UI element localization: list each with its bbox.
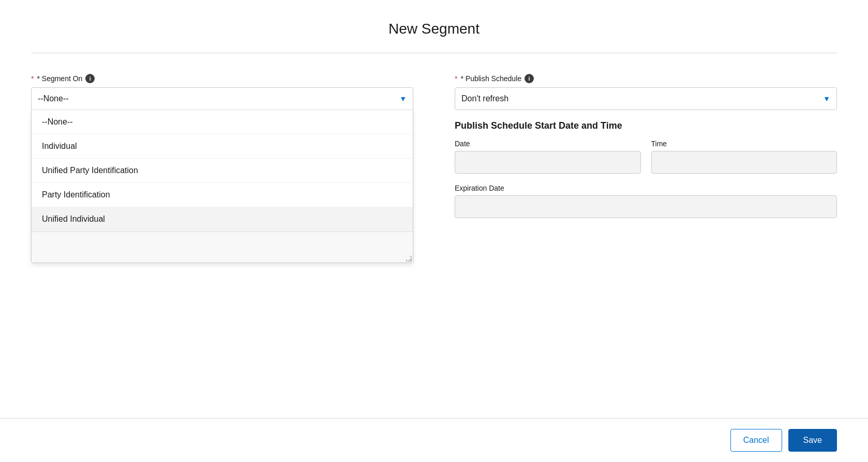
time-input[interactable] <box>651 151 837 174</box>
time-field: Time <box>651 140 837 174</box>
page-title: New Segment <box>0 0 868 53</box>
date-label: Date <box>455 140 641 148</box>
required-star: * <box>31 74 34 83</box>
segment-on-info-icon[interactable]: i <box>85 74 95 83</box>
resize-handle-icon <box>405 254 412 261</box>
dropdown-option-party[interactable]: Party Identification <box>32 183 413 207</box>
segment-on-dropdown: --None-- Individual Unified Party Identi… <box>31 110 413 263</box>
publish-schedule-text: * Publish Schedule <box>460 74 521 83</box>
segment-on-select[interactable]: --None-- ▼ <box>31 87 413 110</box>
right-panel: * * Publish Schedule i Don't refresh ▼ P… <box>455 74 837 418</box>
date-input[interactable] <box>455 151 641 174</box>
left-panel: * * Segment On i --None-- ▼ --None-- Ind… <box>31 74 413 418</box>
segment-on-select-wrapper: --None-- ▼ --None-- Individual Unified P… <box>31 87 413 110</box>
date-time-row: Date Time <box>455 140 837 174</box>
footer: Cancel Save <box>0 418 868 462</box>
dropdown-option-none[interactable]: --None-- <box>32 110 413 134</box>
segment-on-chevron-icon: ▼ <box>399 95 407 103</box>
publish-schedule-selected-value: Don't refresh <box>461 94 508 103</box>
publish-schedule-label: * * Publish Schedule i <box>455 74 837 83</box>
save-button[interactable]: Save <box>788 429 837 452</box>
segment-on-selected-value: --None-- <box>38 94 69 103</box>
expiration-field: Expiration Date <box>455 184 837 218</box>
segment-on-label: * * Segment On i <box>31 74 413 83</box>
publish-schedule-section-title: Publish Schedule Start Date and Time <box>455 120 837 131</box>
publish-required-star: * <box>455 74 457 83</box>
dropdown-option-individual[interactable]: Individual <box>32 134 413 159</box>
dropdown-option-unified-individual[interactable]: Unified Individual <box>32 207 413 232</box>
publish-schedule-info-icon[interactable]: i <box>525 74 534 83</box>
expiration-label: Expiration Date <box>455 184 837 192</box>
dropdown-option-unified-party[interactable]: Unified Party Identification <box>32 159 413 183</box>
date-field: Date <box>455 140 641 174</box>
segment-on-text: * Segment On <box>37 74 82 83</box>
expiration-date-input[interactable] <box>455 195 837 218</box>
time-label: Time <box>651 140 837 148</box>
publish-schedule-select[interactable]: Don't refresh ▼ <box>455 87 837 110</box>
publish-schedule-chevron-icon: ▼ <box>823 95 830 103</box>
publish-schedule-select-wrapper: Don't refresh ▼ <box>455 87 837 110</box>
cancel-button[interactable]: Cancel <box>730 429 782 452</box>
